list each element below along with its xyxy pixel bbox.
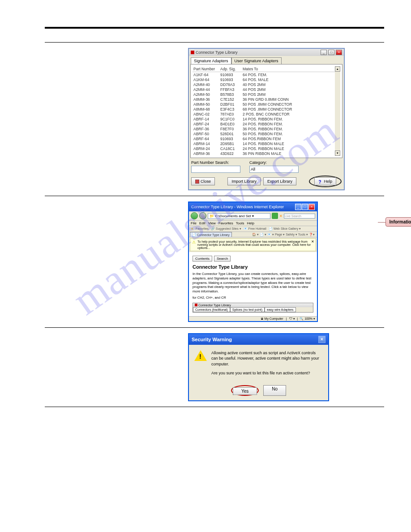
adapters-table: Part Number Adp. Sig. Mates To A1KF-6491… (193, 66, 335, 156)
table-row[interactable]: ABNC-02787AE02 POS. BNC CONNECTOR (193, 112, 335, 116)
yes-button-highlight: Yes (231, 385, 259, 396)
ie-content-area: Contents Search Connector Type Library I… (189, 252, 317, 316)
window-title: Connector Type Library (196, 50, 319, 55)
inner-window: Connector Type Library Connectors (tradi… (193, 303, 313, 313)
inner-app-icon (195, 304, 197, 306)
inner-tab-splices[interactable]: Splices (no test point) (230, 307, 265, 312)
back-button[interactable] (191, 212, 198, 219)
tab-signature-adapters[interactable]: Signature Adapters (191, 57, 231, 64)
menu-file[interactable]: File (191, 221, 197, 225)
inner-tab-easywire[interactable]: easy-wire Adapters (265, 307, 296, 312)
ie-command-bar[interactable]: 🏠 ▾ 📄 ▾ 📧 ▾ Page ▾ Safety ▾ Tools ▾ ❓▾ (232, 233, 316, 236)
close-button[interactable]: Close (191, 177, 215, 185)
help-button[interactable]: ?Help (314, 177, 336, 185)
favorites-star-icon[interactable]: ★ (191, 227, 193, 231)
address-bar[interactable]: 📁 C:\Documents and Set ▾ (208, 213, 270, 219)
export-library-button[interactable]: Export Library (263, 177, 296, 185)
security-titlebar: Security Warning × (189, 334, 328, 345)
table-row[interactable]: A2MM-50B578B350 POS 2MM (193, 92, 335, 97)
ie-favorites-bar: ★ Favorites 🔗 Suggested Sites ▾ 📧 Free H… (189, 226, 317, 232)
status-zoom[interactable]: 🔍 100% ▾ (300, 317, 315, 321)
yes-button[interactable]: Yes (233, 387, 257, 395)
category-select[interactable]: All (249, 166, 299, 173)
tabs-row: Signature Adapters User Signature Adapte… (189, 56, 344, 64)
fav-webslice[interactable]: 📄 Web Slice Gallery ▾ (269, 227, 301, 231)
menu-tools[interactable]: Tools (236, 221, 244, 225)
col-mates-to[interactable]: Mates To (242, 67, 335, 71)
status-protected-mode-icon: 🛡 ▾ (289, 317, 295, 321)
ie-minimize-button[interactable]: _ (295, 204, 301, 210)
rule-3 (45, 327, 384, 328)
ie-nav-toolbar: 📁 C:\Documents and Set ▾ ✕ Live Search (189, 211, 317, 221)
table-row[interactable]: ABRF-36F8E7F036 POS. RIBBON FEM. (193, 126, 335, 131)
no-button[interactable]: No (263, 385, 286, 396)
tab-user-signature-adapters[interactable]: User Signature Adapters (231, 57, 282, 64)
security-title: Security Warning (192, 337, 318, 342)
col-adp-sig[interactable]: Adp. Sig. (219, 67, 242, 71)
go-button[interactable] (272, 213, 278, 219)
inner-title: Connector Type Library (193, 303, 313, 307)
table-row[interactable]: ABRF-6491069364 POS.RIBBON FEM (193, 136, 335, 141)
fav-hotmail[interactable]: 📧 Free Hotmail (244, 227, 266, 231)
table-row[interactable]: ABRM-142D95B114 POS. RIBBON MALE (193, 141, 335, 146)
scroll-up-button[interactable]: ▴ (335, 66, 340, 72)
minimize-button[interactable]: _ (321, 50, 327, 55)
menu-favorites[interactable]: Favorites (218, 221, 233, 225)
table-row[interactable]: A1KM-6491069364 POS. MALE (193, 77, 335, 82)
table-row[interactable]: A2MM-40DD78A340 POS 2MM (193, 82, 335, 87)
security-close-button[interactable]: × (318, 336, 325, 343)
content-body-1: In the Connector Type Library, you can c… (193, 272, 313, 294)
menu-view[interactable]: View (208, 221, 216, 225)
section-security-warning: Security Warning × Allowing active conte… (45, 333, 384, 401)
table-row[interactable]: ABRF-50528D0150 POS. RIBBON FEM. (193, 131, 335, 136)
col-part-number[interactable]: Part Number (193, 67, 219, 71)
ie-menubar: File Edit View Favorites Tools Help (189, 221, 317, 226)
app-icon (191, 51, 194, 54)
door-icon (195, 180, 199, 184)
menu-help[interactable]: Help (247, 221, 254, 225)
help-button-highlight: ?Help (309, 176, 342, 187)
content-body-2: for CH2, CH+, and CR (193, 296, 313, 300)
table-row[interactable]: A8MM-50D2BF0150 POS .8MM CONNECTOR (193, 102, 335, 107)
section-connector-library: Connector Type Library _ □ × Signature A… (45, 48, 384, 190)
ie-status-bar: 🖥 My Computer | 🛡 ▾ | 🔍 100% ▾ (189, 316, 317, 321)
table-row[interactable]: ABRF-149C1FC014 POS. RIBBON FEM. (193, 116, 335, 121)
close-window-button[interactable]: × (336, 50, 342, 55)
menu-edit[interactable]: Edit (199, 221, 206, 225)
infobar-text: To help protect your security, Internet … (197, 240, 314, 249)
ie-information-bar[interactable]: ⚠ To help protect your security, Interne… (190, 238, 316, 251)
fav-suggested[interactable]: 🔗 Suggested Sites ▾ (211, 227, 241, 231)
ie-active-tab[interactable]: 📄 Connector Type Library (190, 232, 232, 237)
ie-title: Connector Type Library - Windows Interne… (191, 205, 295, 209)
ie-maximize-button[interactable]: □ (302, 204, 308, 210)
section-ie-window: Connector Type Library - Windows Interne… (45, 202, 384, 322)
rule-1 (45, 42, 384, 43)
part-number-search-input[interactable] (191, 166, 240, 173)
table-row[interactable]: A1KF-6491069364 POS. FEM. (193, 72, 335, 77)
ie-titlebar: Connector Type Library - Windows Interne… (189, 202, 317, 211)
inner-tabs: Connectors (traditional) Splices (no tes… (193, 307, 313, 312)
table-row[interactable]: A8MM-68E3F4C368 POS .8MM CONNECTOR (193, 107, 335, 112)
table-scrollbar[interactable]: ▴ ▾ (335, 66, 340, 156)
inner-tab-connectors[interactable]: Connectors (traditional) (193, 307, 230, 312)
search-button[interactable]: Search (214, 256, 231, 262)
table-container: Part Number Adp. Sig. Mates To A1KF-6491… (190, 64, 342, 158)
table-row[interactable]: ABRF-24B4D1E024 POS. RIBBON FEM. (193, 121, 335, 126)
warning-triangle-icon (194, 350, 207, 363)
category-label: Category: (249, 160, 299, 165)
table-row[interactable]: ABRM-24CA18C124 POS. RIBBON MALE (193, 146, 335, 151)
ie-close-button[interactable]: × (308, 204, 315, 210)
import-library-button[interactable]: Import Library (227, 177, 261, 185)
ie-window: Connector Type Library - Windows Interne… (188, 202, 318, 322)
maximize-button[interactable]: □ (328, 50, 334, 55)
table-row[interactable]: ABRM-3643D92236 PIN RIBBON MALE (193, 151, 335, 156)
table-row[interactable]: A2MM-44FFBFA344 POS 2MM (193, 87, 335, 92)
search-box[interactable]: Live Search (284, 214, 315, 219)
table-row[interactable]: A8MM-36C7E15236 PIN GRD 0.8MM CONN (193, 97, 335, 102)
infobar-close-icon[interactable]: ✕ (311, 240, 314, 244)
forward-button[interactable] (199, 212, 206, 219)
connector-library-window: Connector Type Library _ □ × Signature A… (188, 48, 345, 190)
contents-button[interactable]: Contents (193, 256, 212, 262)
scroll-down-button[interactable]: ▾ (335, 150, 340, 156)
status-zone: 🖥 My Computer (261, 317, 283, 321)
